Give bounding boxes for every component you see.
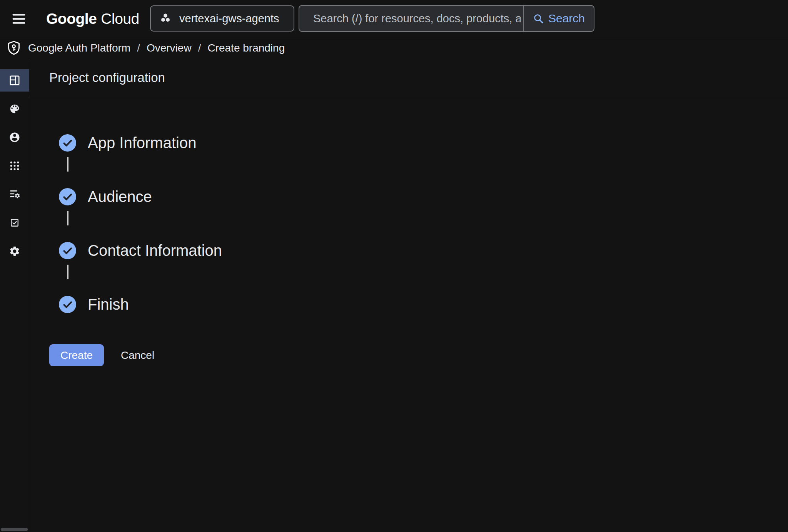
dashboard-icon [9,75,20,86]
sidebar-item-overview[interactable] [0,69,29,92]
search-icon [533,13,544,24]
search-bar: Search [299,5,594,32]
search-button-label: Search [548,12,585,25]
sidebar-item-clients[interactable] [0,155,29,177]
step-connector [67,211,68,225]
step-completed-check-icon [59,242,76,259]
step-completed-check-icon [59,134,76,152]
search-input[interactable] [299,6,523,31]
gcp-console-screen: Google Cloud vertexai-gws-agents [0,0,788,532]
step-connector [67,265,68,279]
step-app-information[interactable]: App Information [59,134,196,152]
step-completed-check-icon [59,188,76,205]
cancel-button[interactable]: Cancel [115,344,160,366]
google-cloud-logo[interactable]: Google Cloud [46,0,139,37]
project-hexagons-icon [159,12,172,25]
title-divider [29,96,788,96]
account-icon [9,132,20,143]
hamburger-menu-button[interactable] [8,8,29,29]
create-button[interactable]: Create [49,344,104,366]
project-name-label: vertexai-gws-agents [179,12,279,25]
logo-google-text: Google [46,10,97,27]
logo-cloud-text: Cloud [101,10,139,27]
step-completed-check-icon [59,296,76,313]
step-label: Audience [88,188,152,205]
page-title: Project configuration [49,70,165,85]
step-contact-information[interactable]: Contact Information [59,242,222,259]
list-settings-icon [9,188,20,200]
step-connector [67,157,68,172]
sidebar-item-branding[interactable] [0,98,29,120]
step-label: Contact Information [88,242,222,259]
settings-icon [9,245,20,257]
step-label: App Information [88,134,196,152]
breadcrumb-item-overview[interactable]: Overview [147,42,192,54]
breadcrumb-item-auth-platform[interactable]: Google Auth Platform [28,42,130,54]
top-app-bar: Google Cloud vertexai-gws-agents [0,0,788,37]
search-submit-button[interactable]: Search [523,6,594,31]
sidebar-item-data-access[interactable] [0,183,29,205]
sidebar-item-audience[interactable] [0,126,29,148]
breadcrumb-separator: / [198,42,201,54]
breadcrumb: Google Auth Platform / Overview / Create… [0,37,788,59]
auth-platform-shield-key-icon [7,40,21,56]
project-selector-button[interactable]: vertexai-gws-agents [150,5,294,32]
checkbox-icon [9,217,20,228]
step-label: Finish [88,296,129,313]
breadcrumb-item-create-branding: Create branding [207,42,285,54]
step-audience[interactable]: Audience [59,188,152,205]
hamburger-icon [10,10,27,27]
step-finish[interactable]: Finish [59,295,129,313]
sidebar-scrollbar-thumb[interactable] [1,528,28,531]
apps-grid-icon [9,160,20,172]
breadcrumb-separator: / [137,42,140,54]
sidebar-item-settings[interactable] [0,240,29,262]
sidebar-item-verification[interactable] [0,212,29,234]
left-nav-sidebar [0,59,29,532]
palette-icon [9,103,20,115]
